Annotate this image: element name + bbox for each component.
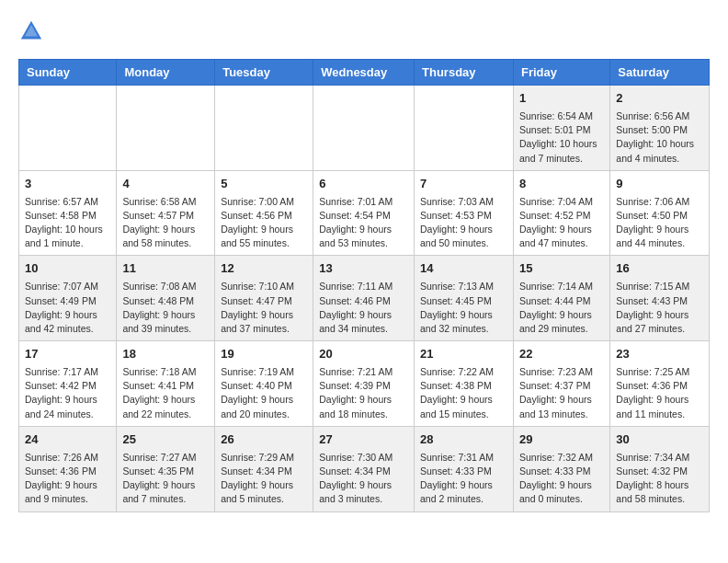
- calendar-cell: [313, 86, 415, 171]
- day-number: 25: [122, 431, 209, 449]
- day-info: Sunrise: 7:07 AM: [25, 280, 110, 293]
- day-info: Sunset: 4:34 PM: [221, 465, 307, 478]
- calendar-week-2: 3Sunrise: 6:57 AMSunset: 4:58 PMDaylight…: [19, 170, 710, 256]
- day-number: 16: [616, 260, 703, 278]
- day-info: Daylight: 9 hours and 27 minutes.: [616, 308, 703, 336]
- day-info: Sunrise: 7:30 AM: [319, 451, 408, 465]
- day-info: Sunrise: 7:23 AM: [519, 365, 604, 379]
- day-info: Sunset: 4:54 PM: [319, 209, 408, 223]
- day-number: 1: [519, 90, 604, 108]
- calendar-cell: 21Sunrise: 7:22 AMSunset: 4:38 PMDayligh…: [415, 341, 514, 427]
- day-number: 11: [122, 260, 209, 278]
- calendar-cell: 9Sunrise: 7:06 AMSunset: 4:50 PMDaylight…: [610, 170, 710, 256]
- day-info: Daylight: 9 hours and 44 minutes.: [616, 223, 703, 250]
- calendar-cell: 8Sunrise: 7:04 AMSunset: 4:52 PMDaylight…: [513, 170, 609, 256]
- day-info: Sunrise: 7:21 AM: [319, 365, 408, 379]
- calendar-cell: 2Sunrise: 6:56 AMSunset: 5:00 PMDaylight…: [610, 86, 710, 171]
- day-info: Daylight: 9 hours and 53 minutes.: [319, 223, 408, 250]
- day-info: Sunset: 4:58 PM: [25, 209, 110, 223]
- day-number: 12: [221, 260, 307, 278]
- calendar-cell: [415, 86, 514, 171]
- day-number: 15: [519, 260, 604, 278]
- day-info: Sunset: 4:32 PM: [616, 465, 703, 478]
- day-number: 18: [122, 346, 209, 363]
- day-info: Sunrise: 7:00 AM: [221, 195, 307, 209]
- day-info: Sunrise: 7:03 AM: [420, 195, 507, 209]
- day-info: Sunrise: 7:11 AM: [319, 280, 408, 293]
- day-info: Sunrise: 7:18 AM: [122, 365, 209, 379]
- calendar-cell: 6Sunrise: 7:01 AMSunset: 4:54 PMDaylight…: [313, 170, 415, 256]
- day-number: 9: [616, 176, 703, 193]
- calendar-header-row: SundayMondayTuesdayWednesdayThursdayFrid…: [19, 60, 710, 86]
- day-info: Daylight: 9 hours and 39 minutes.: [122, 308, 209, 336]
- day-info: Sunrise: 7:34 AM: [616, 451, 703, 465]
- page-header: [18, 18, 710, 44]
- calendar-cell: [19, 86, 117, 171]
- calendar-cell: 24Sunrise: 7:26 AMSunset: 4:36 PMDayligh…: [19, 426, 117, 511]
- day-info: Sunset: 4:35 PM: [122, 465, 209, 478]
- day-number: 27: [319, 431, 408, 449]
- day-info: Sunset: 4:57 PM: [122, 209, 209, 223]
- calendar-cell: 10Sunrise: 7:07 AMSunset: 4:49 PMDayligh…: [19, 256, 117, 341]
- calendar-cell: 18Sunrise: 7:18 AMSunset: 4:41 PMDayligh…: [117, 341, 215, 427]
- day-info: Sunrise: 7:27 AM: [122, 451, 209, 465]
- day-info: Daylight: 9 hours and 37 minutes.: [221, 308, 307, 336]
- day-info: Sunrise: 7:26 AM: [25, 451, 110, 465]
- day-info: Daylight: 9 hours and 2 minutes.: [420, 478, 507, 506]
- day-info: Daylight: 9 hours and 7 minutes.: [122, 478, 209, 506]
- day-number: 7: [420, 176, 507, 193]
- day-info: Sunset: 4:50 PM: [616, 209, 703, 223]
- day-number: 19: [221, 346, 307, 363]
- day-info: Daylight: 9 hours and 55 minutes.: [221, 223, 307, 250]
- day-info: Daylight: 9 hours and 42 minutes.: [25, 308, 110, 336]
- day-info: Sunset: 5:00 PM: [616, 123, 703, 137]
- day-info: Daylight: 9 hours and 24 minutes.: [25, 393, 110, 420]
- calendar-cell: 28Sunrise: 7:31 AMSunset: 4:33 PMDayligh…: [415, 426, 514, 511]
- day-info: Sunset: 4:42 PM: [25, 379, 110, 393]
- day-info: Sunrise: 7:25 AM: [616, 365, 703, 379]
- day-info: Sunset: 4:33 PM: [519, 465, 604, 478]
- day-number: 20: [319, 346, 408, 363]
- calendar-cell: 29Sunrise: 7:32 AMSunset: 4:33 PMDayligh…: [513, 426, 609, 511]
- day-info: Daylight: 8 hours and 58 minutes.: [616, 478, 703, 506]
- day-info: Sunrise: 7:13 AM: [420, 280, 507, 293]
- day-number: 23: [616, 346, 703, 363]
- day-info: Daylight: 9 hours and 47 minutes.: [519, 223, 604, 250]
- day-number: 21: [420, 346, 507, 363]
- day-info: Sunrise: 7:06 AM: [616, 195, 703, 209]
- calendar-cell: 4Sunrise: 6:58 AMSunset: 4:57 PMDaylight…: [117, 170, 215, 256]
- calendar-cell: 20Sunrise: 7:21 AMSunset: 4:39 PMDayligh…: [313, 341, 415, 427]
- day-info: Daylight: 10 hours and 7 minutes.: [519, 137, 604, 165]
- day-info: Sunrise: 7:10 AM: [221, 280, 307, 293]
- calendar-week-5: 24Sunrise: 7:26 AMSunset: 4:36 PMDayligh…: [19, 426, 710, 511]
- day-info: Daylight: 9 hours and 18 minutes.: [319, 393, 408, 420]
- day-number: 24: [25, 431, 110, 449]
- day-info: Sunrise: 6:56 AM: [616, 109, 703, 123]
- day-info: Sunset: 4:38 PM: [420, 379, 507, 393]
- day-info: Sunrise: 7:01 AM: [319, 195, 408, 209]
- calendar-cell: 5Sunrise: 7:00 AMSunset: 4:56 PMDaylight…: [215, 170, 313, 256]
- calendar-cell: 30Sunrise: 7:34 AMSunset: 4:32 PMDayligh…: [610, 426, 710, 511]
- calendar-week-3: 10Sunrise: 7:07 AMSunset: 4:49 PMDayligh…: [19, 256, 710, 341]
- col-header-thursday: Thursday: [415, 60, 514, 86]
- day-info: Sunset: 4:36 PM: [616, 379, 703, 393]
- day-info: Sunrise: 7:15 AM: [616, 280, 703, 293]
- calendar-cell: 19Sunrise: 7:19 AMSunset: 4:40 PMDayligh…: [215, 341, 313, 427]
- day-info: Sunset: 5:01 PM: [519, 123, 604, 137]
- day-info: Sunset: 4:53 PM: [420, 209, 507, 223]
- day-info: Sunset: 4:48 PM: [122, 294, 209, 308]
- col-header-tuesday: Tuesday: [215, 60, 313, 86]
- day-info: Daylight: 9 hours and 15 minutes.: [420, 393, 507, 420]
- calendar-cell: 26Sunrise: 7:29 AMSunset: 4:34 PMDayligh…: [215, 426, 313, 511]
- calendar-cell: 14Sunrise: 7:13 AMSunset: 4:45 PMDayligh…: [415, 256, 514, 341]
- day-info: Sunset: 4:44 PM: [519, 294, 604, 308]
- calendar-cell: [215, 86, 313, 171]
- day-info: Sunset: 4:37 PM: [519, 379, 604, 393]
- day-number: 3: [25, 176, 110, 193]
- day-info: Daylight: 9 hours and 29 minutes.: [519, 308, 604, 336]
- day-info: Sunset: 4:36 PM: [25, 465, 110, 478]
- calendar-cell: 12Sunrise: 7:10 AMSunset: 4:47 PMDayligh…: [215, 256, 313, 341]
- calendar-cell: 16Sunrise: 7:15 AMSunset: 4:43 PMDayligh…: [610, 256, 710, 341]
- logo-icon: [18, 18, 44, 44]
- day-number: 2: [616, 90, 703, 108]
